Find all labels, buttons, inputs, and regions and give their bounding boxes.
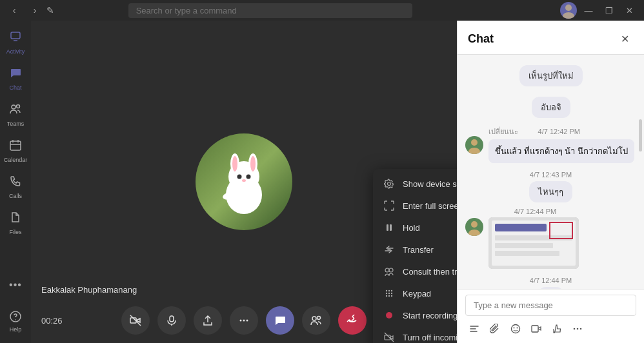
menu-item-device-settings[interactable]: Show device settings (373, 173, 457, 195)
close-button[interactable]: ✕ (621, 1, 639, 19)
sidebar-item-calls[interactable]: Calls (3, 170, 28, 204)
message-item: เปลี่ยนนะ 4/7 12:42 PM ขึ้นแล้ว ที่แรกด้… (465, 126, 636, 163)
end-call-button[interactable] (338, 306, 367, 335)
menu-item-label: Consult then transfer (403, 267, 457, 277)
menu-item-fullscreen[interactable]: Enter full screen (373, 195, 457, 217)
minimize-button[interactable]: — (579, 1, 598, 19)
format-button[interactable] (465, 320, 483, 338)
svg-point-40 (243, 320, 245, 322)
message-item: 4/7 12:44 PM เด (465, 274, 636, 289)
svg-point-29 (386, 295, 387, 297)
svg-rect-5 (10, 141, 21, 150)
chat-input[interactable] (465, 295, 636, 316)
svg-point-59 (574, 328, 576, 330)
svg-rect-20 (390, 224, 392, 231)
sidebar-item-help[interactable]: Help (3, 304, 28, 338)
sidebar-item-label: Files (9, 229, 21, 235)
chat-panel: Chat ✕ เห็นรูปที่ใหม่ อับอจิ เปลี่ยนนะ (457, 21, 644, 343)
avatar[interactable] (560, 2, 577, 19)
svg-point-45 (468, 148, 480, 154)
more-chat-button[interactable] (569, 320, 587, 338)
svg-point-14 (237, 175, 242, 179)
maximize-button[interactable]: ❐ (600, 1, 618, 19)
menu-item-label: Transfer (403, 245, 434, 255)
compose-icon[interactable]: ✎ (46, 5, 54, 15)
svg-point-42 (312, 317, 316, 320)
message-meta: เปลี่ยนนะ 4/7 12:42 PM (488, 126, 636, 137)
svg-point-4 (17, 105, 20, 108)
menu-item-consult-transfer[interactable]: Consult then transfer (373, 260, 457, 282)
svg-rect-2 (11, 32, 20, 39)
scrollbar[interactable] (639, 119, 642, 152)
svg-point-23 (386, 290, 387, 291)
fullscreen-icon (383, 200, 395, 211)
menu-item-transfer[interactable]: Transfer (373, 239, 457, 260)
svg-point-24 (388, 290, 390, 291)
sidebar-item-label: Calendar (4, 157, 28, 163)
svg-rect-50 (495, 224, 547, 231)
menu-item-turn-off-video[interactable]: Turn off incoming video (373, 326, 457, 343)
svg-point-30 (388, 295, 390, 297)
message-bubble: เห็นรูปที่ใหม่ (519, 65, 583, 86)
menu-item-start-recording[interactable]: Start recording (373, 304, 457, 326)
chat-toggle-button[interactable] (266, 306, 294, 335)
svg-point-7 (15, 319, 16, 320)
people-button[interactable] (302, 306, 330, 335)
svg-rect-19 (387, 224, 388, 231)
call-area: Show device settings Enter full screen H… (31, 21, 457, 343)
chat-close-button[interactable]: ✕ (616, 30, 634, 48)
message-meta: 4/7 12:44 PM (488, 208, 636, 215)
sidebar-item-more[interactable]: ••• (3, 268, 28, 302)
calls-icon (9, 175, 22, 191)
message-item: 4/7 12:43 PM ไหนๆๆ (465, 168, 636, 202)
context-menu: Show device settings Enter full screen H… (373, 169, 457, 343)
svg-line-36 (130, 315, 141, 326)
menu-item-label: Turn off incoming video (403, 333, 457, 342)
search-input[interactable] (128, 3, 412, 18)
more-icon: ••• (9, 279, 22, 291)
chat-toolbar (465, 320, 636, 338)
record-icon (383, 309, 395, 321)
attach-button[interactable] (486, 320, 504, 338)
like-button[interactable] (548, 320, 566, 338)
sidebar-bottom: ••• Help (3, 268, 28, 338)
meeting-button[interactable] (527, 320, 545, 338)
svg-point-28 (391, 293, 392, 294)
titlebar: ‹ › ✎ — ❐ ✕ (0, 0, 644, 21)
gear-icon (383, 178, 395, 190)
chat-sidebar-icon (9, 66, 22, 83)
forward-button[interactable]: › (26, 1, 44, 19)
nav-buttons: ‹ › (5, 1, 44, 19)
mic-button[interactable] (157, 306, 186, 335)
svg-point-60 (577, 328, 579, 330)
message-image (488, 217, 579, 269)
message-time: 4/7 12:44 PM (465, 277, 636, 284)
menu-item-label: Enter full screen (403, 201, 457, 211)
svg-point-15 (247, 175, 251, 179)
message-bubble: ไหนๆๆ (529, 181, 572, 202)
svg-point-18 (388, 182, 391, 186)
message-item: อับอจิ (465, 97, 636, 118)
help-icon (9, 310, 22, 324)
svg-point-0 (565, 5, 572, 11)
sidebar-item-files[interactable]: Files (3, 206, 28, 240)
sidebar-item-activity[interactable]: Activity (3, 26, 28, 59)
menu-item-keypad[interactable]: Keypad (373, 282, 457, 304)
teams-icon (9, 103, 22, 119)
message-bubble: อับอจิ (532, 97, 570, 118)
sidebar-item-calendar[interactable]: Calendar (3, 134, 28, 168)
message-bubble: เด (538, 287, 564, 289)
svg-point-25 (391, 290, 392, 291)
emoji-button[interactable] (507, 320, 525, 338)
back-button[interactable]: ‹ (5, 1, 23, 19)
video-off-button[interactable] (121, 306, 150, 335)
sidebar-item-chat[interactable]: Chat (3, 62, 28, 95)
sidebar-item-teams[interactable]: Teams (3, 98, 28, 132)
share-button[interactable] (194, 306, 222, 335)
svg-point-55 (512, 325, 520, 333)
sidebar: Activity Chat Teams Calendar Calls (0, 21, 31, 343)
chat-input-area (458, 289, 644, 343)
more-options-button[interactable] (230, 306, 258, 335)
svg-point-43 (317, 317, 321, 320)
menu-item-hold[interactable]: Hold (373, 217, 457, 239)
